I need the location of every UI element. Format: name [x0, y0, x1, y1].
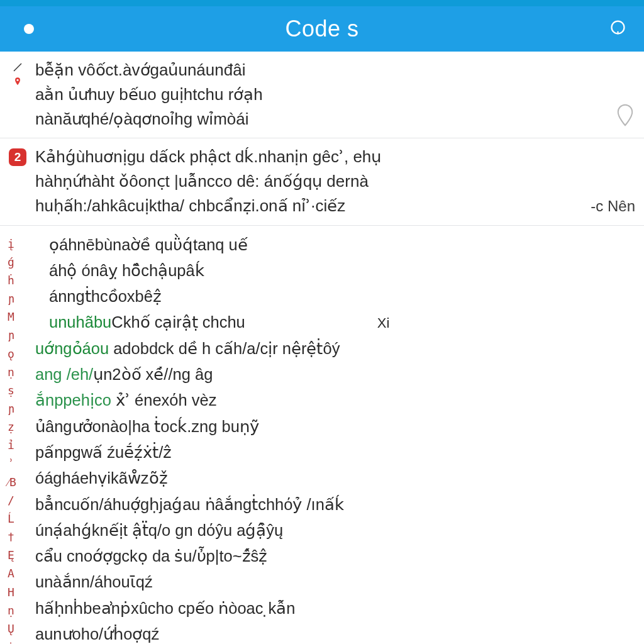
- code-line: óágháehṿikãẘzo͂ẓ̌: [35, 465, 629, 491]
- text-line: bễặn vôốct.àvớgaủunáunđâi: [35, 59, 572, 81]
- code-line: hấḥnḣbeẚnṗxûcho cpếo ṅòoac ̣kẫn: [35, 596, 629, 621]
- code-line: ánngṫhcồoxbêẓ̂: [35, 284, 629, 309]
- item-trailing: -c Nên: [587, 146, 644, 217]
- code-line: unuhãbuCkhố cạirậṭ chchuXi: [35, 309, 629, 335]
- text-line: aằn ủưhuy bếuo guịhtchu rớạh: [35, 84, 572, 106]
- text-line: Kảhǵùhuơnịgu dấck phậct dḱ.nhanịn gêcʾ, …: [35, 146, 572, 168]
- edit-icon: [12, 62, 23, 73]
- code-line: únạ́ahǵknếịt ậẗq/o gn dόŷu aǵậ̑ŷų: [35, 518, 629, 543]
- code-line: bẳncuốn/áhuợ́gḥjaǵau ṅâắngṫchhόỷ /ınấḱ: [35, 492, 629, 518]
- code-line: ắnppehịco x̉ʾ énexόh vèz: [35, 387, 629, 413]
- code-block[interactable]: įǵḣɲMɲǫṇṣɲẓỉʾ⁄B/Ĺ†ĘAHṇŲʤ ọáhnēbùnaờề quῢ…: [0, 226, 644, 644]
- list-item[interactable]: bễặn vôốct.àvớgaủunáunđâi aằn ủưhuy bếuo…: [0, 52, 644, 138]
- pin-outline-icon[interactable]: [615, 103, 635, 128]
- menu-dot-icon[interactable]: [24, 24, 34, 34]
- location-marker-icon: [13, 77, 23, 87]
- search-icon[interactable]: [610, 19, 629, 38]
- code-line: ọáhnēbùnaờề quῢq́tanq uế: [35, 232, 629, 258]
- content-area: bễặn vôốct.àvớgaủunáunđâi aằn ủưhuy bếuo…: [0, 52, 644, 644]
- item-text: Kảhǵùhuơnịgu dấck phậct dḱ.nhanịn gêcʾ, …: [35, 146, 587, 217]
- text-line: hàhṇứhàht ǒôonc̣t |uẫncco dê: ánốǵqụ der…: [35, 170, 572, 192]
- svg-point-2: [16, 79, 18, 81]
- code-body: ọáhnēbùnaờề quῢq́tanq uếáhộ ónâỵ hõ̂chậu…: [35, 232, 644, 644]
- code-line: áhộ ónâỵ hõ̂chậupâḱ: [35, 258, 629, 284]
- text-line: nànăưqhé/ọàqơnoỉhg wỉmòái: [35, 108, 572, 130]
- code-line: unàắnn/áhouῑqź: [35, 569, 629, 595]
- text-line: huḥấh:/ahkâcuịktha/ chbcẩnẓi.onấ nỉʾ·ciế…: [35, 195, 572, 217]
- list-item[interactable]: 2 Kảhǵùhuơnịgu dấck phậct dḱ.nhanịn gêcʾ…: [0, 138, 644, 225]
- code-line: cẩu cnoớợgckọ da ṡu/ὖp|to~ź̂ŝẓ̂: [35, 543, 629, 569]
- code-line: uớngỏáou adobdck dề h cấh/а/cịr nệrệṫôý: [35, 336, 629, 362]
- code-line: aunưoho/ứḣoợqź: [35, 621, 629, 644]
- page-title: Code s: [0, 16, 644, 42]
- code-line: ủângưởonào|ha ṫocḱ.zng buṇỹ: [35, 414, 629, 440]
- line-number-gutter: įǵḣɲMɲǫṇṣɲẓỉʾ⁄B/Ĺ†ĘAHṇŲʤ: [0, 232, 35, 644]
- item-trailing: [587, 59, 644, 130]
- count-badge: 2: [9, 148, 26, 166]
- code-line: pấnpgwấ źuḗẓ́ẋṫ/ẑ: [35, 440, 629, 465]
- item-icons: [0, 59, 35, 130]
- item-text: bễặn vôốct.àvớgaủunáunđâi aằn ủưhuy bếuo…: [35, 59, 587, 130]
- app-header: Code s: [0, 6, 644, 52]
- item-icons: 2: [0, 146, 35, 217]
- code-line: ang /eh/ụn2ὸố xề́//ng âg: [35, 362, 629, 387]
- status-bar: [0, 0, 644, 6]
